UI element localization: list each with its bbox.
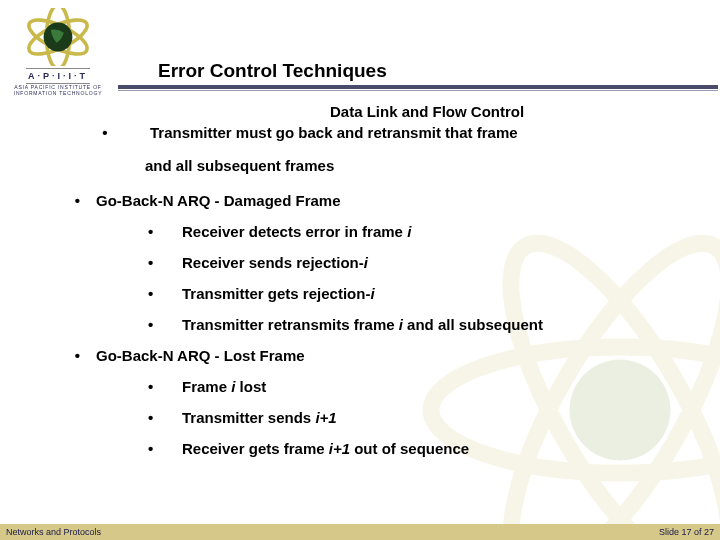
section-header-damaged: • Go-Back-N ARQ - Damaged Frame (60, 190, 700, 211)
bullet-text: Receiver gets frame i+1 out of sequence (182, 438, 700, 459)
logo-acronym: A·P·I·I·T (26, 68, 90, 84)
list-item: • Frame i lost (142, 376, 700, 397)
list-item: • Receiver detects error in frame i (142, 221, 700, 242)
bullet-dot: • (60, 122, 150, 143)
footer-right: Slide 17 of 27 (659, 527, 714, 537)
list-item: • Receiver gets frame i+1 out of sequenc… (142, 438, 700, 459)
bullet-text: Transmitter sends i+1 (182, 407, 700, 428)
bullet-dot: • (142, 314, 182, 335)
bullet-text: Transmitter must go back and retransmit … (150, 122, 700, 143)
bullet-dot: • (142, 283, 182, 304)
bullet-text: Frame i lost (182, 376, 700, 397)
logo-globe-icon (22, 8, 94, 66)
bullet-dot: • (142, 221, 182, 242)
bullet-dot: • (60, 190, 96, 211)
list-item: • Transmitter gets rejection-i (142, 283, 700, 304)
section-title: Go-Back-N ARQ - Lost Frame (96, 345, 700, 366)
logo: A·P·I·I·T ASIA PACIFIC INSTITUTE OFINFOR… (8, 8, 108, 123)
bullet-dot: • (142, 438, 182, 459)
title-underline-thin (118, 90, 718, 91)
title-underline (118, 85, 718, 89)
bullet-continuation: • Transmitter must go back and retransmi… (60, 122, 700, 143)
section-title: Go-Back-N ARQ - Damaged Frame (96, 190, 700, 211)
bullet-continuation-line2: and all subsequent frames (145, 155, 700, 176)
list-item: • Receiver sends rejection-i (142, 252, 700, 273)
slide-title: Error Control Techniques (158, 60, 387, 82)
bullet-dot: • (142, 252, 182, 273)
content-area: • Transmitter must go back and retransmi… (60, 122, 700, 469)
bullet-dot: • (60, 345, 96, 366)
bullet-dot: • (142, 376, 182, 397)
list-item: • Transmitter sends i+1 (142, 407, 700, 428)
bullet-text: Transmitter retransmits frame i and all … (182, 314, 700, 335)
subject-title: Data Link and Flow Control (330, 103, 524, 120)
bullet-text: Receiver sends rejection-i (182, 252, 700, 273)
bullet-text: Receiver detects error in frame i (182, 221, 700, 242)
bullet-text: Transmitter gets rejection-i (182, 283, 700, 304)
logo-subtext: ASIA PACIFIC INSTITUTE OFINFORMATION TEC… (14, 85, 103, 96)
footer-left: Networks and Protocols (6, 527, 101, 537)
footer-bar: Networks and Protocols Slide 17 of 27 (0, 524, 720, 540)
bullet-dot: • (142, 407, 182, 428)
list-item: • Transmitter retransmits frame i and al… (142, 314, 700, 335)
section-header-lost: • Go-Back-N ARQ - Lost Frame (60, 345, 700, 366)
